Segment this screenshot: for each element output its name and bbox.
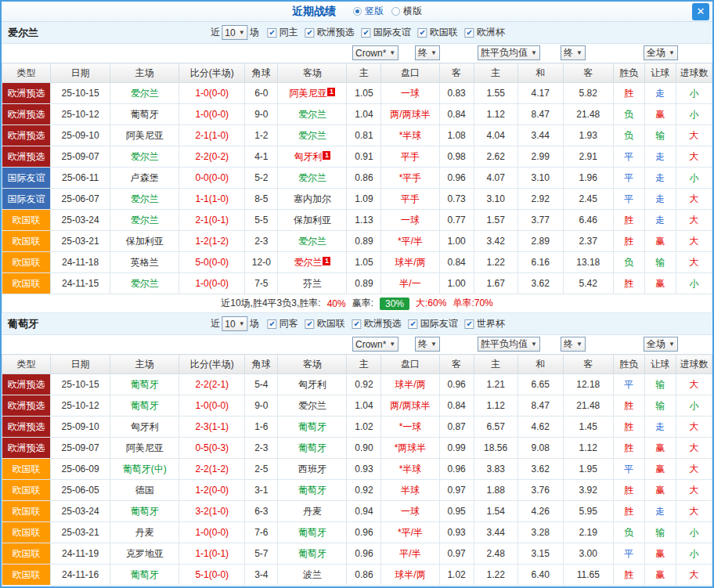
home-team[interactable]: 保加利亚	[110, 231, 179, 252]
score: 1-1(0-1)	[179, 543, 245, 565]
goals-over-under-result: 大	[676, 146, 712, 168]
odds-home-win: 18.56	[474, 438, 517, 459]
score: 2-3(1-1)	[179, 417, 245, 438]
away-team[interactable]: 爱尔兰	[278, 168, 347, 189]
scope-select[interactable]: 全场▼	[644, 45, 678, 60]
home-team[interactable]: 爱尔兰	[110, 210, 179, 231]
away-team[interactable]: 爱尔兰	[278, 104, 347, 125]
away-team[interactable]: 爱尔兰	[278, 125, 347, 146]
handicap-odds-home: 0.91	[347, 146, 381, 168]
horizontal-layout-label[interactable]: 横版	[403, 5, 422, 18]
filter-checkbox-nations-league[interactable]: ✔欧国联	[305, 317, 345, 330]
away-team[interactable]: 阿美尼亚1	[278, 83, 347, 104]
handicap-line: 球半/两	[381, 252, 439, 273]
home-team[interactable]: 爱尔兰	[110, 83, 179, 104]
away-team[interactable]: 西班牙	[278, 459, 347, 480]
vertical-layout-label[interactable]: 竖版	[365, 5, 384, 18]
odds-time-select[interactable]: 终▼	[561, 45, 586, 60]
home-team[interactable]: 葡萄牙(中)	[110, 459, 179, 480]
scope-select[interactable]: 全场▼	[644, 337, 678, 352]
away-team[interactable]: 爱尔兰	[278, 395, 347, 417]
handicap-odds-away: 0.83	[439, 83, 474, 104]
home-team[interactable]: 德国	[110, 480, 179, 501]
close-button[interactable]: ✕	[692, 3, 709, 20]
away-team[interactable]: 爱尔兰	[278, 231, 347, 252]
odds-average-select[interactable]: 胜平负均值▼	[478, 337, 540, 352]
odds-draw: 4.26	[517, 501, 563, 522]
matches-label: 场	[250, 317, 259, 330]
match-result: 平	[613, 543, 644, 565]
handicap-time-select[interactable]: 终▼	[415, 337, 440, 352]
filter-checkbox-same-home[interactable]: ✔同主	[268, 26, 298, 39]
score: 1-1(1-0)	[179, 189, 245, 210]
home-team[interactable]: 丹麦	[110, 522, 179, 543]
home-team[interactable]: 卢森堡	[110, 168, 179, 189]
col-header-goals-result: 进球数	[676, 355, 712, 374]
home-team[interactable]: 英格兰	[110, 252, 179, 273]
bookmaker-select[interactable]: Crown*▼	[352, 337, 398, 352]
home-team[interactable]: 克罗地亚	[110, 543, 179, 565]
away-team[interactable]: 匈牙利1	[278, 146, 347, 168]
radio-vertical-layout[interactable]	[353, 7, 362, 16]
match-date: 25-09-10	[51, 417, 110, 438]
away-team[interactable]: 芬兰	[278, 273, 347, 294]
filter-checkbox-same-away[interactable]: ✔同客	[268, 317, 298, 330]
match-date: 25-06-07	[51, 189, 110, 210]
home-team[interactable]: 爱尔兰	[110, 189, 179, 210]
odds-away-win: 13.18	[563, 252, 613, 273]
handicap-odds-away: 0.96	[439, 168, 474, 189]
away-team[interactable]: 葡萄牙	[278, 543, 347, 565]
table-row: 欧国联 25-06-05 德国 1-2(0-0) 3-1 葡萄牙 0.92 半球…	[2, 480, 712, 501]
match-count-select[interactable]: 10 ▼	[222, 316, 247, 331]
filter-checkbox-friendly[interactable]: ✔国际友谊	[409, 317, 458, 330]
home-team[interactable]: 爱尔兰	[110, 146, 179, 168]
col-header-ah-home: 主	[347, 355, 381, 374]
odds-average-select[interactable]: 胜平负均值▼	[478, 45, 540, 60]
away-team[interactable]: 波兰	[278, 565, 347, 586]
handicap-odds-home: 0.94	[347, 501, 381, 522]
away-team[interactable]: 葡萄牙	[278, 522, 347, 543]
table-row: 国际友谊 25-06-07 爱尔兰 1-1(1-0) 8-5 塞内加尔 1.09…	[2, 189, 712, 210]
handicap-time-select[interactable]: 终▼	[415, 45, 440, 60]
match-count-select[interactable]: 10 ▼	[222, 25, 247, 40]
filter-checkbox-friendly[interactable]: ✔国际友谊	[362, 26, 411, 39]
col-header-odds-draw: 和	[517, 63, 563, 83]
home-team[interactable]: 匈牙利	[110, 417, 179, 438]
home-team[interactable]: 葡萄牙	[110, 374, 179, 395]
bookmaker-select[interactable]: Crown*▼	[352, 45, 398, 60]
home-team[interactable]: 阿美尼亚	[110, 125, 179, 146]
handicap-line: *平手	[381, 168, 439, 189]
home-team[interactable]: 葡萄牙	[110, 395, 179, 417]
filter-checkbox-euro-cup[interactable]: ✔欧洲杯	[465, 26, 505, 39]
away-team[interactable]: 葡萄牙	[278, 417, 347, 438]
filter-checkbox-euro-qualifiers[interactable]: ✔欧洲预选	[352, 317, 402, 330]
table-row: 欧洲预选 25-10-15 爱尔兰 1-0(0-0) 6-0 阿美尼亚1 1.0…	[2, 83, 712, 104]
filter-checkbox-euro-qualifiers[interactable]: ✔欧洲预选	[305, 26, 355, 39]
corners: 2-3	[245, 438, 278, 459]
home-team[interactable]: 爱尔兰	[110, 273, 179, 294]
goals-over-under-result: 大	[676, 480, 712, 501]
away-team[interactable]: 匈牙利	[278, 374, 347, 395]
home-team[interactable]: 阿美尼亚	[110, 438, 179, 459]
odds-time-select[interactable]: 终▼	[561, 337, 586, 352]
match-type-badge: 国际友谊	[2, 189, 51, 210]
away-team[interactable]: 葡萄牙	[278, 480, 347, 501]
filter-checkbox-nations-league[interactable]: ✔欧国联	[418, 26, 458, 39]
handicap-line: *半球	[381, 459, 439, 480]
odds-draw: 6.16	[517, 252, 563, 273]
home-team[interactable]: 葡萄牙	[110, 104, 179, 125]
away-team[interactable]: 丹麦	[278, 501, 347, 522]
corners: 5-2	[245, 168, 278, 189]
away-team[interactable]: 保加利亚	[278, 210, 347, 231]
away-team[interactable]: 爱尔兰1	[278, 252, 347, 273]
radio-horizontal-layout[interactable]	[391, 7, 400, 16]
away-team[interactable]: 葡萄牙	[278, 438, 347, 459]
match-type-badge: 欧国联	[2, 273, 51, 294]
table-row: 欧洲预选 25-10-15 葡萄牙 2-2(2-1) 5-4 匈牙利 0.92 …	[2, 374, 712, 395]
home-team[interactable]: 葡萄牙	[110, 565, 179, 586]
checkbox-checked-icon: ✔	[305, 28, 315, 38]
home-team[interactable]: 葡萄牙	[110, 501, 179, 522]
filter-checkbox-world-cup[interactable]: ✔世界杯	[465, 317, 505, 330]
away-team[interactable]: 塞内加尔	[278, 189, 347, 210]
handicap-line: 一球	[381, 501, 439, 522]
